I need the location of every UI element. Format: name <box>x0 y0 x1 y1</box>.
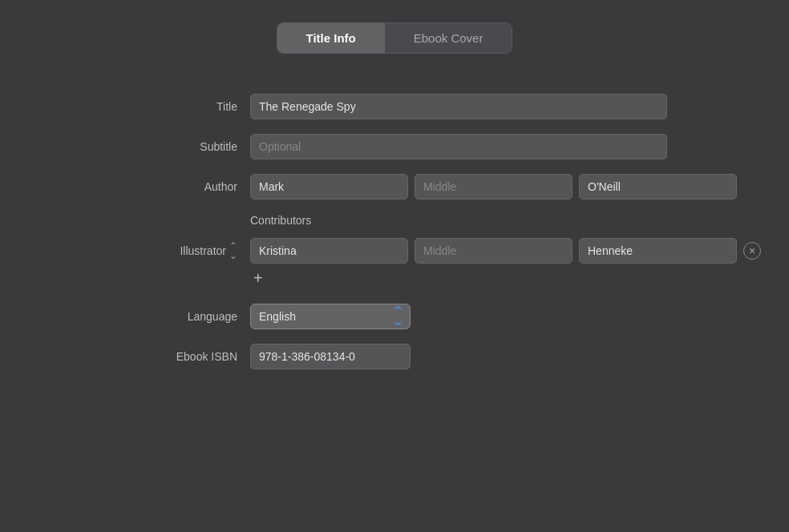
form-area: Title Subtitle Author Contributors Illus… <box>122 94 667 384</box>
isbn-label: Ebook ISBN <box>122 350 250 363</box>
contributors-label-row: Contributors <box>122 214 667 227</box>
subtitle-row: Subtitle <box>122 134 667 159</box>
language-row: Language English Spanish French German I… <box>122 304 667 329</box>
author-label: Author <box>122 180 250 193</box>
language-select-wrapper: English Spanish French German Italian ⌃ … <box>250 304 411 329</box>
illustrator-last-input[interactable] <box>579 238 737 264</box>
language-label: Language <box>122 310 250 323</box>
isbn-input[interactable] <box>250 344 411 369</box>
illustrator-label: Illustrator <box>180 244 226 257</box>
add-contributor-row: + <box>122 270 667 286</box>
illustrator-first-input[interactable] <box>250 238 408 264</box>
illustrator-row: Illustrator ⌃⌄ × <box>122 238 667 264</box>
title-row: Title <box>122 94 667 119</box>
tab-bar: Title Info Ebook Cover <box>277 22 513 54</box>
isbn-row: Ebook ISBN <box>122 344 667 369</box>
role-stepper-icon[interactable]: ⌃⌄ <box>229 241 237 260</box>
title-input[interactable] <box>250 94 667 119</box>
contributors-label: Contributors <box>250 214 311 227</box>
author-row: Author <box>122 174 667 200</box>
tab-title-info[interactable]: Title Info <box>277 23 385 53</box>
illustrator-label-area: Illustrator ⌃⌄ <box>122 241 250 260</box>
add-contributor-button[interactable]: + <box>250 270 266 286</box>
author-middle-input[interactable] <box>415 174 573 200</box>
remove-illustrator-button[interactable]: × <box>743 242 761 260</box>
illustrator-fields <box>250 238 737 264</box>
illustrator-middle-input[interactable] <box>415 238 573 264</box>
subtitle-label: Subtitle <box>122 140 250 153</box>
author-fields <box>250 174 737 200</box>
subtitle-input[interactable] <box>250 134 667 159</box>
author-first-input[interactable] <box>250 174 408 200</box>
title-label: Title <box>122 100 250 113</box>
tab-ebook-cover[interactable]: Ebook Cover <box>385 23 512 53</box>
author-last-input[interactable] <box>579 174 737 200</box>
language-select[interactable]: English Spanish French German Italian <box>250 304 411 329</box>
